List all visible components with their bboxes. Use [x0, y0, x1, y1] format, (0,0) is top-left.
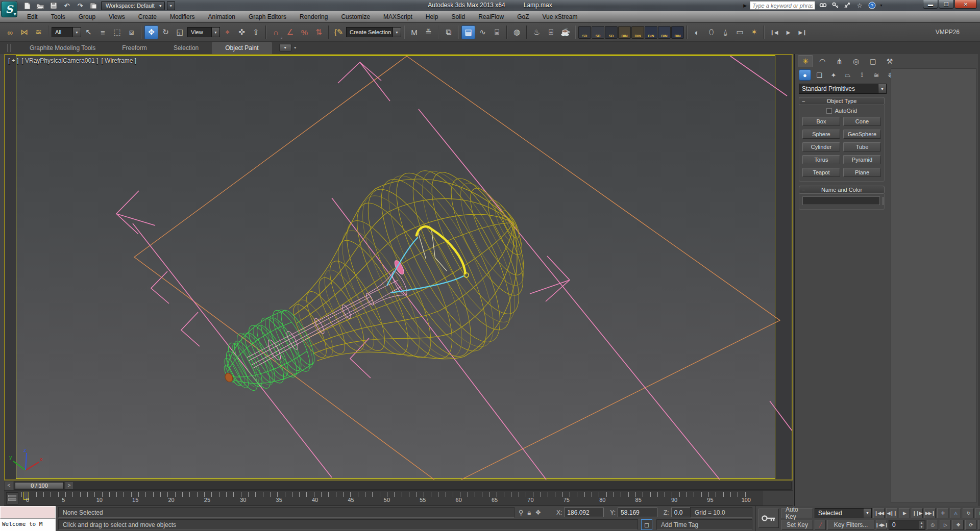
category-helpers-icon[interactable]: ⟟: [856, 69, 868, 81]
menu-realflow[interactable]: RealFlow: [472, 11, 510, 22]
realflow-bin-icon-1[interactable]: BIN: [645, 26, 657, 39]
object-type-rollout-header[interactable]: − Object Type: [799, 97, 885, 105]
angle-snap-icon[interactable]: ∠: [283, 26, 297, 39]
category-spacewarps-icon[interactable]: ≋: [870, 69, 883, 81]
bind-to-space-warp-icon[interactable]: ≋: [32, 26, 45, 39]
teapot-button[interactable]: Teapot: [802, 168, 840, 177]
listener-macro-pane[interactable]: [0, 506, 56, 518]
realflow-bin-icon-2[interactable]: BIN: [658, 26, 671, 39]
quick-access-overflow-button[interactable]: ▼: [167, 1, 175, 10]
menu-edit[interactable]: Edit: [20, 11, 44, 22]
keyboard-override-icon[interactable]: ⇧: [249, 26, 263, 39]
camera-viewport[interactable]: [ + ] [ VRayPhysicalCamera001 ] [ Wirefr…: [4, 54, 793, 481]
layer-manager-icon[interactable]: ⧉: [442, 26, 455, 39]
roll-camera-icon[interactable]: ↻: [963, 508, 974, 518]
rendered-frame-window-icon[interactable]: ⌹: [544, 26, 558, 39]
realflow-din-icon-2[interactable]: DIN: [631, 26, 644, 39]
pyramid-button[interactable]: Pyramid: [843, 155, 881, 164]
realflow-sd-icon-2[interactable]: SD: [592, 26, 604, 39]
realflow-bin-icon-3[interactable]: BIN: [671, 26, 684, 39]
category-lights-icon[interactable]: ✦: [827, 69, 840, 81]
autogrid-checkbox[interactable]: [826, 108, 832, 114]
menu-graph-editors[interactable]: Graph Editors: [242, 11, 293, 22]
primitive-category-dropdown[interactable]: Standard Primitives ▼: [799, 84, 887, 94]
go-to-end-button[interactable]: ▶▶❙: [924, 508, 936, 518]
cylinder-button[interactable]: Cylinder: [802, 142, 840, 151]
set-keys-button[interactable]: [758, 509, 779, 528]
search-input[interactable]: [750, 1, 815, 10]
viewport-menu-pov[interactable]: [ VRayPhysicalCamera001 ]: [21, 57, 98, 64]
new-scene-button[interactable]: [21, 1, 33, 10]
selection-filter-dropdown[interactable]: All ▼: [52, 27, 81, 37]
truck-camera-icon[interactable]: ✥: [952, 520, 964, 530]
time-slider-handle[interactable]: 0 / 100: [15, 482, 64, 489]
viewport-menu-shading[interactable]: [ Wireframe ]: [101, 57, 136, 64]
mini-curve-editor-button[interactable]: [6, 492, 18, 504]
menu-tools[interactable]: Tools: [44, 11, 72, 22]
render-setup-icon[interactable]: ♨: [530, 26, 544, 39]
geosphere-button[interactable]: GeoSphere: [843, 130, 881, 139]
named-selection-sets-icon[interactable]: {✎: [332, 26, 346, 39]
track-bar[interactable]: 0510152025303540455055606570758085909510…: [4, 491, 793, 506]
play-animation-button[interactable]: ▶: [899, 508, 910, 518]
frame-spinner[interactable]: ▲▼: [919, 521, 924, 529]
menu-maxscript[interactable]: MAXScript: [377, 11, 419, 22]
menu-create[interactable]: Create: [132, 11, 163, 22]
menu-help[interactable]: Help: [419, 11, 445, 22]
graphite-ribbon-toggle-icon[interactable]: ▤: [461, 26, 475, 39]
current-frame-field[interactable]: 0 ▲▼: [889, 520, 925, 530]
minimize-button[interactable]: ▬: [923, 0, 938, 9]
time-slider-track[interactable]: 0 / 100 >: [14, 482, 792, 490]
maxscript-mini-listener[interactable]: Welcome to M: [0, 506, 56, 531]
save-file-button[interactable]: [48, 1, 59, 10]
category-geometry-icon[interactable]: ●: [799, 69, 811, 81]
tab-utilities-icon[interactable]: ⚒: [882, 55, 897, 67]
x-coordinate-field[interactable]: [564, 508, 604, 517]
menu-animation[interactable]: Animation: [202, 11, 242, 22]
set-key-button[interactable]: Set Key: [781, 520, 813, 530]
ribbon-drag-handle[interactable]: [7, 44, 11, 52]
curve-editor-icon[interactable]: ∿: [476, 26, 489, 39]
time-configuration-button[interactable]: ◷: [927, 520, 938, 530]
tab-object-paint[interactable]: Object Paint: [212, 42, 272, 54]
schematic-view-icon[interactable]: ⌸: [490, 26, 504, 39]
mirror-icon[interactable]: M: [407, 26, 421, 39]
render-production-icon[interactable]: ☕: [558, 26, 572, 39]
box-button[interactable]: Box: [802, 117, 840, 126]
realflow-din-icon-1[interactable]: DIN: [618, 26, 631, 39]
realflow-daemon-icon[interactable]: ⍙: [719, 26, 732, 39]
tab-modify-icon[interactable]: ◠: [815, 55, 830, 67]
rectangular-selection-region-icon[interactable]: ⬚: [110, 26, 124, 39]
key-filters-button[interactable]: Key Filters...: [827, 520, 874, 530]
realflow-eraser-icon[interactable]: ▭: [733, 26, 747, 39]
unlink-selection-icon[interactable]: ⋈: [17, 26, 31, 39]
zoom-extents-all-icon[interactable]: ▦: [975, 508, 980, 518]
realflow-forward-icon[interactable]: ▶❙: [796, 26, 810, 39]
select-and-manipulate-icon[interactable]: ✜: [235, 26, 249, 39]
menu-customize[interactable]: Customize: [334, 11, 377, 22]
category-shapes-icon[interactable]: ❏: [813, 69, 825, 81]
tab-display-icon[interactable]: ▢: [865, 55, 880, 67]
menu-views[interactable]: Views: [102, 11, 132, 22]
reference-coordinate-dropdown[interactable]: View ▼: [187, 27, 220, 37]
material-editor-icon[interactable]: ◍: [510, 26, 524, 39]
search-icon[interactable]: [818, 1, 827, 10]
next-frame-key-button[interactable]: ❙❙▶: [912, 508, 923, 518]
menu-goz[interactable]: GoZ: [510, 11, 535, 22]
app-menu-button[interactable]: S▼: [1, 1, 17, 17]
workspace-dropdown[interactable]: Workspace: Default ▼: [101, 1, 165, 10]
auto-key-button[interactable]: Auto Key: [781, 508, 813, 518]
tab-freeform[interactable]: Freeform: [109, 42, 160, 54]
sphere-button[interactable]: Sphere: [802, 130, 840, 139]
field-of-view-icon[interactable]: ◬: [950, 508, 961, 518]
menu-rendering[interactable]: Rendering: [293, 11, 334, 22]
redo-button[interactable]: ↷: [75, 1, 86, 10]
realflow-sd-icon-3[interactable]: SD: [605, 26, 618, 39]
object-color-swatch[interactable]: [883, 197, 884, 205]
tab-graphite-modeling-tools[interactable]: Graphite Modeling Tools: [16, 42, 109, 54]
dolly-camera-icon[interactable]: ✛: [937, 508, 948, 518]
menu-modifiers[interactable]: Modifiers: [163, 11, 202, 22]
open-file-button[interactable]: [35, 1, 46, 10]
select-and-move-icon[interactable]: ✥: [144, 26, 158, 39]
realflow-scene-icon[interactable]: ◐: [690, 26, 704, 39]
